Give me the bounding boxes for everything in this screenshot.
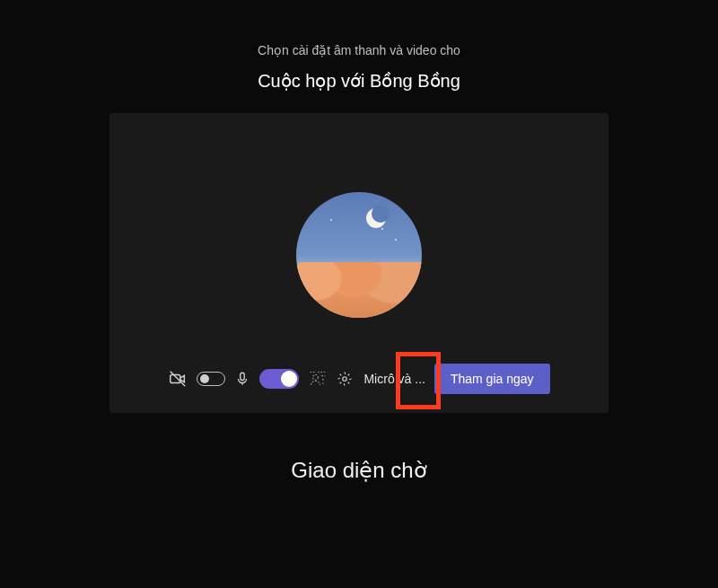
device-label[interactable]: Micrô và ...	[363, 372, 425, 386]
background-filters-button[interactable]	[308, 370, 328, 388]
mic-toggle[interactable]	[259, 369, 299, 389]
camera-off-icon[interactable]	[168, 369, 188, 389]
page-caption: Giao diện chờ	[0, 458, 718, 483]
svg-line-1	[171, 372, 186, 387]
svg-point-4	[313, 374, 319, 380]
mic-icon[interactable]	[234, 371, 250, 387]
settings-subtitle: Chọn cài đặt âm thanh và video cho	[0, 0, 718, 57]
gear-icon[interactable]	[337, 371, 353, 387]
join-now-button[interactable]: Tham gia ngay	[434, 364, 550, 394]
moon-icon	[366, 208, 386, 228]
video-preview-panel: Micrô và ... Tham gia ngay	[109, 113, 609, 413]
camera-toggle[interactable]	[197, 372, 225, 386]
pre-join-controls: Micrô và ... Tham gia ngay	[109, 363, 609, 395]
svg-point-10	[343, 377, 347, 382]
svg-rect-2	[241, 373, 245, 380]
meeting-title: Cuộc họp với Bồng Bồng	[0, 70, 718, 92]
avatar	[296, 192, 422, 318]
